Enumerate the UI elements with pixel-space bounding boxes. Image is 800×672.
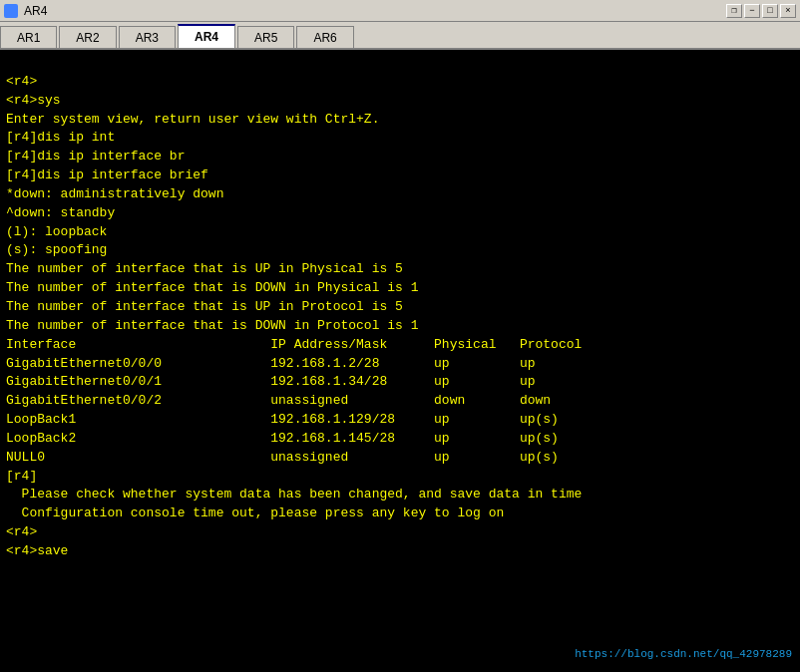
tab-ar3[interactable]: AR3 [119, 26, 176, 48]
terminal-line: Enter system view, return user view with… [6, 111, 794, 130]
terminal-line: [r4]dis ip interface br [6, 148, 794, 167]
terminal-line: [r4]dis ip interface brief [6, 167, 794, 185]
terminal-line: [r4] [6, 468, 794, 487]
terminal-line: Please check whether system data has bee… [6, 486, 794, 504]
titlebar-left: AR4 [4, 4, 47, 18]
tab-ar6[interactable]: AR6 [296, 26, 353, 48]
tab-ar4[interactable]: AR4 [178, 24, 235, 48]
terminal-line: GigabitEthernet0/0/1 192.168.1.34/28 up … [6, 373, 794, 392]
terminal-line: GigabitEthernet0/0/0 192.168.1.2/28 up u… [6, 355, 794, 374]
close-button[interactable]: × [780, 4, 796, 18]
tab-ar1[interactable]: AR1 [0, 26, 57, 48]
watermark: https://blog.csdn.net/qq_42978289 [575, 648, 792, 660]
tab-ar2[interactable]: AR2 [59, 26, 116, 48]
tabbar: AR1 AR2 AR3 AR4 AR5 AR6 [0, 22, 800, 50]
terminal-line: NULL0 unassigned up up(s) [6, 449, 794, 468]
terminal-line: LoopBack1 192.168.1.129/28 up up(s) [6, 411, 794, 430]
terminal-line: The number of interface that is UP in Pr… [6, 298, 794, 317]
titlebar-title: AR4 [24, 4, 47, 18]
terminal-line: LoopBack2 192.168.1.145/28 up up(s) [6, 430, 794, 449]
terminal-line: <r4> [6, 73, 794, 92]
titlebar: AR4 ❐ − □ × [0, 0, 800, 22]
terminal-line: (l): loopback [6, 223, 794, 242]
terminal-line: The number of interface that is UP in Ph… [6, 260, 794, 279]
terminal-output[interactable]: <r4><r4>sysEnter system view, return use… [0, 50, 800, 672]
terminal-line: <r4>sys [6, 92, 794, 111]
tab-ar5[interactable]: AR5 [237, 26, 294, 48]
terminal-line: Configuration console time out, please p… [6, 504, 794, 523]
terminal-line: (s): spoofing [6, 241, 794, 260]
terminal-line: <r4> [6, 523, 794, 542]
terminal-line: The number of interface that is DOWN in … [6, 279, 794, 298]
maximize-button[interactable]: □ [762, 4, 778, 18]
terminal-line: Interface IP Address/Mask Physical Proto… [6, 336, 794, 355]
titlebar-controls: ❐ − □ × [726, 4, 796, 18]
app-icon [4, 4, 18, 18]
restore-button[interactable]: ❐ [726, 4, 742, 18]
terminal-line: [r4]dis ip int [6, 129, 794, 148]
minimize-button[interactable]: − [744, 4, 760, 18]
terminal-line: *down: administratively down [6, 185, 794, 204]
terminal-line: <r4>save [6, 542, 794, 561]
terminal-line: The number of interface that is DOWN in … [6, 317, 794, 336]
terminal-line: ^down: standby [6, 204, 794, 223]
terminal-line: GigabitEthernet0/0/2 unassigned down dow… [6, 392, 794, 411]
